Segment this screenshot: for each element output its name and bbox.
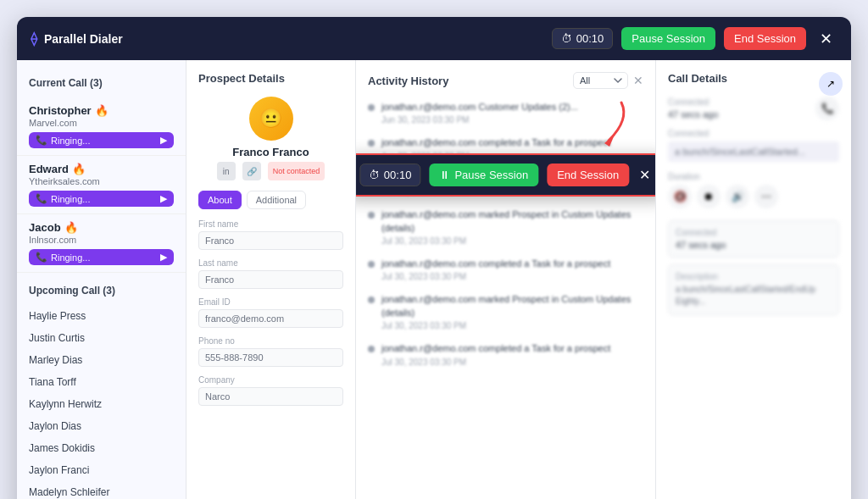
link-icon[interactable]: 🔗 [242, 162, 261, 180]
prospect-panel: Prospect Details 😐 Franco Franco in 🔗 No… [186, 60, 356, 499]
company-field: Company Narco [198, 375, 343, 406]
call-item-jacob: Jacob 🔥 Inlnsor.com 📞 Ringing... ▶ [17, 214, 186, 273]
activity-time: Jul 30, 2023 03:30 PM [381, 272, 643, 281]
activity-panel: Activity History All Calls Emails ✕ jona… [356, 60, 656, 499]
mute-button[interactable]: 🔇 [668, 185, 692, 208]
volume-button[interactable]: 🔊 [726, 185, 749, 208]
activity-time: Jul 30, 2023 03:30 PM [381, 358, 643, 367]
app-title: Parallel Dialer [44, 32, 123, 46]
call-company: Marvel.com [29, 118, 174, 128]
header-right: ⏱ 00:10 Pause Session End Session ✕ [552, 27, 837, 50]
forward-icon: ▶ [160, 135, 167, 146]
activity-item: jonathan.r@demo.com completed a Task for… [368, 258, 643, 281]
list-item[interactable]: Justin Curtis [17, 327, 186, 349]
last-name-value: Franco [198, 270, 343, 289]
ringing-badge: 📞 Ringing... ▶ [29, 132, 174, 148]
email-field: Email ID franco@demo.com [198, 297, 343, 328]
activity-item: jonathan.r@demo.com marked Prospect in C… [368, 208, 643, 246]
activity-time: Jul 30, 2023 03:30 PM [381, 236, 643, 246]
call-name: Edward [29, 163, 69, 175]
avatar: 😐 [249, 97, 293, 141]
forward-icon: ▶ [160, 252, 167, 263]
upcoming-section: Upcoming Call (3) Haylie Press Justin Cu… [17, 280, 186, 499]
call-name: Christopher [29, 104, 92, 117]
ringing-label: Ringing... [51, 136, 90, 146]
app-window: ⟠ Parallel Dialer ⏱ 00:10 Pause Session … [17, 17, 851, 499]
call-company: Inlnsor.com [29, 235, 174, 245]
call-item-edward: Edward 🔥 Ytheirksales.com 📞 Ringing... ▶ [17, 156, 186, 214]
list-item[interactable]: Marley Dias [17, 349, 186, 371]
end-session-button[interactable]: End Session [724, 27, 806, 50]
phone-icon: 📞 [36, 252, 47, 263]
list-item[interactable]: Madelyn Schleifer [17, 481, 186, 499]
activity-dot [368, 297, 375, 303]
call-details-action-button[interactable]: ↗ [819, 72, 843, 96]
forward-icon: ▶ [160, 193, 167, 204]
activity-filter-select[interactable]: All Calls Emails [573, 72, 628, 89]
record-button[interactable]: ⏺ [697, 185, 721, 208]
header-timer: ⏱ 00:10 [552, 28, 614, 49]
first-name-label: First name [198, 219, 343, 229]
phone-field: Phone no 555-888-7890 [198, 336, 343, 367]
call-company: Ytheirksales.com [29, 176, 174, 186]
activity-dot [368, 212, 375, 219]
email-value: franco@demo.com [198, 309, 343, 328]
ringing-badge: 📞 Ringing... ▶ [29, 249, 174, 265]
activity-filter-row: All Calls Emails ✕ [573, 72, 643, 89]
floating-close-button[interactable]: ✕ [637, 165, 652, 185]
pause-session-button[interactable]: Pause Session [621, 27, 715, 50]
fire-icon: 🔥 [64, 221, 78, 234]
activity-dot [368, 104, 375, 111]
ringing-badge: 📞 Ringing... ▶ [29, 191, 174, 207]
activity-text: jonathan.r@demo.com Customer Updates (2)… [381, 101, 643, 114]
activity-item: jonathan.r@demo.com completed a Task for… [368, 342, 643, 366]
call-action-button[interactable]: 📞 [815, 97, 839, 120]
phone-icon: 📞 [36, 193, 47, 204]
prospect-action-icons: in 🔗 Not contacted [217, 162, 326, 180]
activity-item: jonathan.r@demo.com marked Prospect in C… [368, 293, 643, 330]
floating-end-button[interactable]: End Session [547, 164, 629, 186]
floating-timer: ⏱ 00:10 [359, 164, 421, 186]
email-label: Email ID [198, 297, 343, 307]
clock-icon: ⏱ [369, 169, 380, 181]
first-name-field: First name Franco [198, 219, 343, 250]
activity-header: Activity History All Calls Emails ✕ [368, 72, 643, 89]
activity-item: jonathan.r@demo.com Customer Updates (2)… [368, 101, 643, 125]
activity-dot [368, 140, 375, 147]
list-item[interactable]: Jaylon Dias [17, 415, 186, 437]
prospect-panel-title: Prospect Details [198, 72, 343, 85]
list-item[interactable]: Jaylon Franci [17, 459, 186, 481]
activity-text: jonathan.r@demo.com completed a Task for… [381, 258, 643, 270]
avatar-area: 😐 Franco Franco in 🔗 Not contacted [198, 97, 343, 180]
close-button[interactable]: ✕ [815, 28, 837, 50]
list-item[interactable]: Kaylynn Herwitz [17, 393, 186, 415]
linkedin-icon[interactable]: in [217, 162, 236, 180]
list-item[interactable]: Tiana Torff [17, 371, 186, 393]
activity-dot [368, 346, 375, 352]
first-name-value: Franco [198, 231, 343, 250]
activity-dot [368, 261, 375, 268]
list-item[interactable]: Haylie Press [17, 305, 186, 327]
clock-icon: ⏱ [561, 32, 572, 45]
not-contacted-badge: Not contacted [268, 162, 326, 180]
ringing-label: Ringing... [51, 194, 90, 204]
more-button[interactable]: ⋯ [754, 185, 778, 208]
activity-text: jonathan.r@demo.com marked Prospect in C… [381, 208, 643, 235]
fire-icon: 🔥 [72, 163, 86, 175]
prospect-name: Franco Franco [232, 146, 309, 158]
floating-pause-button[interactable]: ⏸ Pause Session [429, 164, 538, 186]
sidebar: Current Call (3) Christopher 🔥 Marvel.co… [17, 60, 186, 499]
filter-clear-button[interactable]: ✕ [633, 74, 643, 87]
call-details-content: Connected 47 secs ago 📞 Connected a bunc… [668, 97, 839, 315]
activity-time: Jun 30, 2023 03:30 PM [381, 115, 643, 125]
detail-item: Connected 47 secs ago 📞 [668, 97, 839, 120]
tab-additional[interactable]: Additional [247, 191, 306, 209]
prospect-tabs: About Additional [198, 191, 343, 209]
call-details-panel: Call Details ↗ Connected 47 secs ago 📞 C… [656, 60, 851, 499]
activity-text: jonathan.r@demo.com completed a Task for… [381, 342, 643, 355]
ringing-label: Ringing... [51, 252, 90, 263]
list-item[interactable]: James Dokidis [17, 437, 186, 459]
last-name-field: Last name Franco [198, 258, 343, 289]
phone-value: 555-888-7890 [198, 348, 343, 367]
tab-about[interactable]: About [198, 191, 242, 209]
